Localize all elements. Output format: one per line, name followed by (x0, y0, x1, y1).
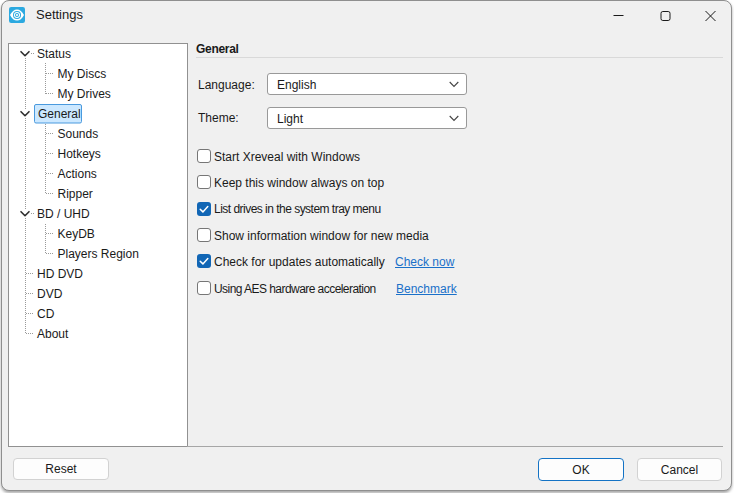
svg-text:Actions: Actions (58, 167, 97, 181)
svg-text:Players Region: Players Region (58, 247, 139, 261)
svg-text:Hotkeys: Hotkeys (58, 147, 101, 161)
svg-text:CD: CD (37, 307, 55, 321)
svg-text:About: About (37, 327, 69, 341)
svg-text:DVD: DVD (37, 287, 63, 301)
svg-text:KeyDB: KeyDB (58, 227, 95, 241)
svg-text:My Discs: My Discs (58, 67, 107, 81)
svg-text:HD DVD: HD DVD (37, 267, 83, 281)
svg-text:BD / UHD: BD / UHD (37, 207, 90, 221)
svg-text:Ripper: Ripper (58, 187, 93, 201)
svg-text:General: General (38, 107, 81, 121)
svg-text:Sounds: Sounds (58, 127, 99, 141)
svg-text:My Drives: My Drives (58, 87, 111, 101)
svg-text:Status: Status (37, 47, 71, 61)
